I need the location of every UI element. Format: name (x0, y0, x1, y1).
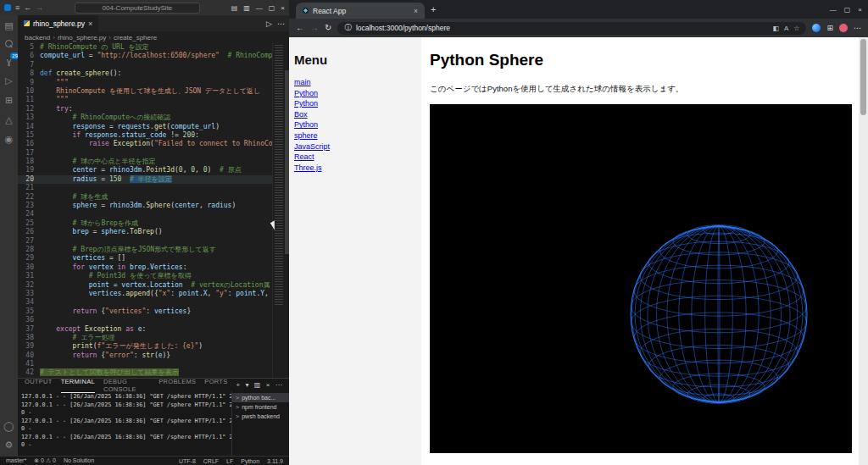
panel-tab-ports[interactable]: PORTS (204, 378, 227, 393)
favorite-star-icon[interactable]: ☆ (793, 25, 799, 32)
breadcrumb-item[interactable]: create_sphere (114, 34, 157, 42)
status-item[interactable]: master* (6, 457, 26, 464)
history-forward-icon[interactable]: → (36, 3, 43, 12)
code-line[interactable]: 27 (18, 237, 272, 246)
menu-icon[interactable]: ≡ (15, 3, 19, 12)
code-line[interactable]: 38 # エラー処理 (18, 334, 272, 342)
browser-menu-icon[interactable]: ⋯ (854, 24, 861, 32)
command-center-search[interactable]: 004-ComputeStudySite (75, 3, 200, 14)
code-line[interactable]: 22 # 球を生成 (18, 193, 272, 202)
explorer-icon[interactable]: ▤ (3, 20, 15, 31)
status-item[interactable]: Python (241, 458, 259, 464)
run-python-file-button[interactable]: ▷ (266, 19, 272, 28)
browser-tab-close-icon[interactable]: × (414, 7, 418, 15)
code-line[interactable]: 15 if response.status_code != 200: (18, 131, 272, 140)
page-scrollbar[interactable] (859, 37, 868, 465)
run-debug-icon[interactable]: ▷ (3, 75, 15, 86)
code-line[interactable]: 13 # RhinoComputeへの接続確認 (18, 113, 272, 122)
code-line[interactable]: 5# RhinoCompute の URL を設定 (18, 43, 272, 52)
copilot-icon[interactable] (812, 24, 821, 32)
menu-link-react[interactable]: React (294, 152, 314, 161)
code-line[interactable]: 33 vertices.append({"x": point.X, "y": p… (18, 290, 272, 298)
code-line[interactable]: 8def create_sphere(): (18, 69, 272, 78)
new-tab-button[interactable]: + (431, 4, 436, 14)
code-line[interactable]: 21 (18, 184, 272, 192)
panel-more-actions-icon[interactable]: ⋯ (275, 381, 282, 389)
minimap[interactable] (272, 43, 285, 378)
menu-link-python[interactable]: Python (294, 99, 318, 108)
code-line[interactable]: 10 RhinoCompute を使用して球を生成し、JSON データとして返し (18, 87, 272, 96)
back-icon[interactable]: ← (296, 24, 304, 32)
code-line[interactable]: 36 (18, 316, 272, 324)
new-terminal-button[interactable]: + (236, 381, 241, 389)
extensions-icon[interactable]: ⊞ (3, 95, 15, 106)
terminal-picker-dropdown[interactable]: ▾ (246, 381, 249, 389)
toggle-panel-icon[interactable]: ▥ (243, 4, 250, 12)
forward-icon[interactable]: → (310, 24, 319, 32)
copilot-icon[interactable]: ◉ (3, 134, 15, 145)
terminal-process[interactable]: >npm frontend (232, 402, 289, 412)
code-line[interactable]: 39 print(f"エラーが発生しました: {e}") (18, 342, 272, 351)
menu-link-three-js[interactable]: Three.js (294, 163, 322, 172)
code-line[interactable]: 11 """ (18, 96, 272, 104)
status-item[interactable]: No Solution (64, 457, 94, 464)
more-actions-icon[interactable]: ⋯ (277, 19, 285, 28)
code-line[interactable]: 25 # 球からBrepを作成 (18, 219, 272, 228)
status-item[interactable]: 3.11.9 (267, 458, 283, 464)
code-line[interactable]: 18 # 球の中心点と半径を指定 (18, 158, 272, 166)
toggle-sidebar-icon[interactable]: ▤ (231, 4, 238, 12)
code-line[interactable]: 19 center = rhino3dm.Point3d(0, 0, 0) # … (18, 166, 272, 174)
code-line[interactable]: 23 sphere = rhino3dm.Sphere(center, radi… (18, 202, 272, 210)
code-line[interactable]: 20 radius = 150 # 半径を設定 (18, 175, 272, 184)
tab-close-icon[interactable]: × (88, 19, 92, 28)
settings-gear-icon[interactable]: ⚙ (3, 440, 15, 451)
minimize-button[interactable]: — (256, 4, 263, 12)
status-item[interactable]: UTF-8 (179, 458, 196, 464)
translate-icon[interactable]: A (784, 25, 788, 32)
site-info-icon[interactable]: ⓘ (344, 23, 352, 33)
code-line[interactable]: 29 vertices = [] (18, 254, 272, 263)
code-line[interactable]: 41 (18, 360, 272, 368)
code-line[interactable]: 12 try: (18, 105, 272, 113)
menu-link-python[interactable]: Python (294, 89, 318, 97)
code-line[interactable]: 9 """ (18, 79, 272, 87)
browser-close-button[interactable]: × (858, 6, 862, 14)
browser-maximize-button[interactable]: ▢ (844, 6, 851, 14)
menu-link-sphere[interactable]: sphere (294, 131, 318, 140)
status-item[interactable]: CRLF (203, 458, 219, 464)
status-item[interactable]: LF (226, 458, 233, 464)
code-line[interactable]: 6compute_url = "http://localhost:6500/sp… (18, 52, 272, 60)
menu-link-box[interactable]: Box (294, 110, 308, 119)
panel-tab-output[interactable]: OUTPUT (25, 378, 53, 393)
code-line[interactable]: 40 return {"error": str(e)} (18, 352, 272, 360)
code-line[interactable]: 31 # Point3d を使って座標を取得 (18, 272, 272, 280)
code-line[interactable]: 34 (18, 298, 272, 307)
url-text[interactable]: localhost:3000/python/sphere (356, 24, 450, 32)
refresh-icon[interactable]: ↻ (325, 24, 331, 32)
editor-tab-rhino-sphere[interactable]: rhino_sphere.py × (18, 15, 99, 31)
menu-link-python[interactable]: Python (294, 120, 318, 129)
source-control-icon[interactable]: ɣ29 (3, 56, 15, 67)
kill-terminal-button[interactable]: × (266, 381, 270, 389)
search-icon[interactable] (5, 40, 13, 47)
browser-minimize-button[interactable]: — (830, 6, 837, 14)
profile-avatar[interactable] (839, 24, 848, 32)
terminal-output[interactable]: 127.0.0.1 - - [26/Jan/2025 16:38:36] "GE… (18, 391, 231, 456)
split-terminal-button[interactable]: ▥ (254, 381, 261, 389)
address-bar[interactable]: ⓘ localhost:3000/python/sphere ◧ A ☆ (337, 22, 806, 35)
extensions-icon[interactable]: ⊞ (826, 24, 833, 32)
menu-link-main[interactable]: main (294, 78, 311, 86)
code-line[interactable]: 14 response = requests.get(compute_url) (18, 123, 272, 131)
page-scrollbar-thumb[interactable] (860, 39, 866, 115)
account-icon[interactable]: ◯ (3, 421, 15, 432)
split-screen-icon[interactable]: ◧ (772, 25, 779, 32)
code-line[interactable]: 16 raise Exception("Failed to connect to… (18, 140, 272, 148)
testing-icon[interactable]: △ (3, 114, 15, 125)
browser-tab-react-app[interactable]: React App × (296, 3, 425, 19)
code-line[interactable]: 30 for vertex in brep.Vertices: (18, 263, 272, 272)
breadcrumb-item[interactable]: backend (25, 34, 50, 42)
history-back-icon[interactable]: ← (24, 3, 31, 12)
code-editor[interactable]: 5# RhinoCompute の URL を設定6compute_url = … (18, 43, 289, 378)
code-line[interactable]: 42# テストとして関数を呼び出して結果を表示 (18, 368, 272, 377)
code-line[interactable]: 17 (18, 149, 272, 158)
